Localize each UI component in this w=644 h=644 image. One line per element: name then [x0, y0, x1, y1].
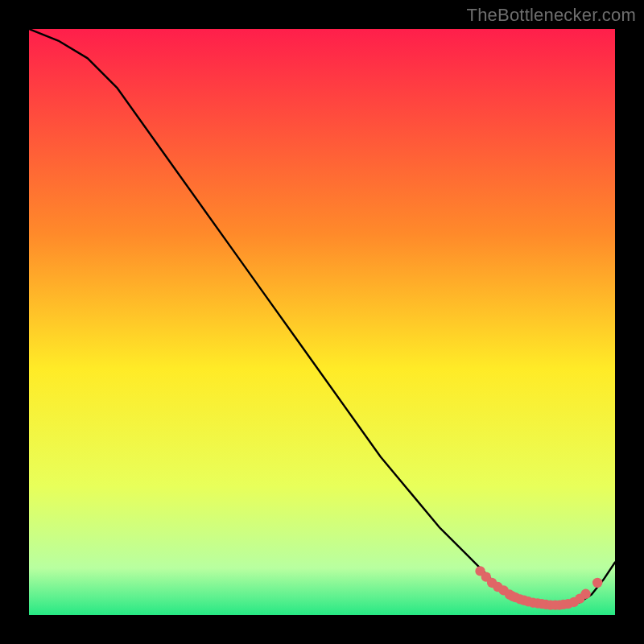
- curve-layer: [29, 29, 615, 615]
- data-marker: [580, 589, 590, 599]
- bottleneck-curve: [29, 29, 615, 605]
- data-marker: [592, 578, 602, 588]
- marker-group: [475, 566, 602, 610]
- chart-frame: TheBottlenecker.com: [0, 0, 644, 644]
- watermark-text: TheBottlenecker.com: [467, 5, 636, 26]
- plot-area: [29, 29, 615, 615]
